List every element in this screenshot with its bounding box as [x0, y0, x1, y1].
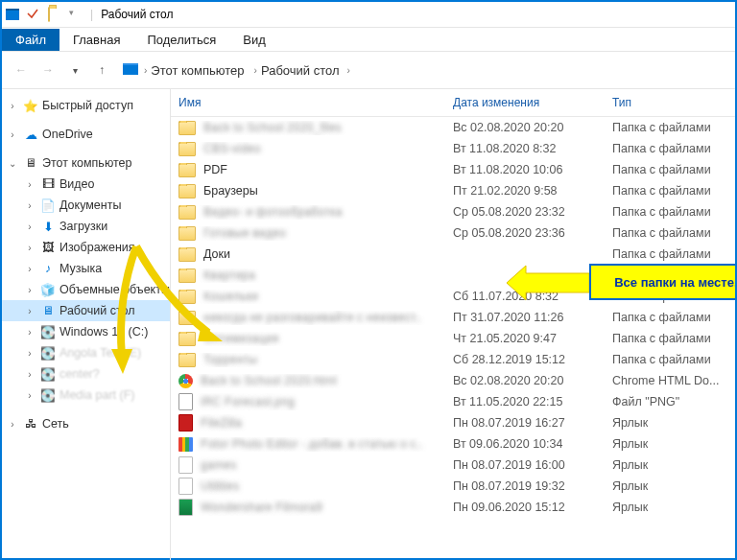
file-row[interactable]: gamesПн 08.07.2019 16:00Ярлык	[171, 455, 735, 476]
file-row[interactable]: FileZillaПн 08.07.2019 16:27Ярлык	[171, 412, 735, 433]
breadcrumb-root-icon[interactable]	[123, 62, 138, 79]
file-date: Вт 09.06.2020 10:34	[445, 437, 605, 451]
file-row[interactable]: PDFВт 11.08.2020 10:06Папка с файлами	[171, 159, 735, 180]
file-name: Видео- и фотообработка	[203, 205, 342, 219]
qat-save-icon[interactable]	[27, 8, 40, 21]
tree-c-drive[interactable]: ›💽Windows 10 (C:)	[2, 321, 170, 342]
file-list: Имя Дата изменения Тип Back to School 20…	[171, 89, 735, 560]
folder-icon	[178, 332, 196, 346]
folder-icon	[178, 184, 196, 198]
file-row[interactable]: никогда не разговаривайте с неизвест..Пт…	[171, 307, 735, 328]
tree-drive-blur1[interactable]: ›💽Angola Text (E)	[2, 342, 170, 363]
file-name: Оптимизация	[203, 332, 278, 345]
file-type: Папка с файлами	[605, 121, 735, 134]
tree-documents[interactable]: ›📄Документы	[2, 195, 170, 216]
tree-3d-objects[interactable]: ›🧊Объемные объекты	[2, 279, 170, 300]
breadcrumb-seg-1[interactable]: ›Этот компьютер	[140, 61, 249, 80]
file-type: Папка с файлами	[605, 205, 735, 219]
file-date: Пн 08.07.2019 19:32	[445, 479, 605, 493]
file-icon	[178, 456, 193, 474]
nav-back[interactable]: ←	[10, 58, 33, 82]
col-name[interactable]: Имя	[171, 96, 445, 109]
star-icon: ⭐	[23, 98, 38, 113]
file-type: Папка с файлами	[605, 184, 735, 198]
nav-recent[interactable]: ▾	[63, 58, 86, 82]
file-date: Вт 11.08.2020 8:32	[445, 142, 605, 155]
folder-icon	[178, 163, 196, 177]
file-type: Папка с файлами	[605, 247, 735, 261]
ribbon-tabs: Файл Главная Поделиться Вид	[2, 28, 735, 52]
tree-drive-blur3[interactable]: ›💽Media part (F)	[2, 385, 170, 406]
file-date: Сб 11.07.2020 8:32	[445, 290, 605, 303]
tree-network[interactable]: ›🖧Сеть	[2, 413, 170, 434]
file-row[interactable]: ДокиПапка с файлами	[171, 244, 735, 265]
file-name: Браузеры	[203, 184, 258, 198]
tree-pictures[interactable]: ›🖼Изображения	[2, 237, 170, 258]
folder-icon	[178, 353, 196, 367]
window-title: Рабочий стол	[101, 8, 173, 21]
drive-icon: 💽	[40, 387, 56, 403]
tree-onedrive[interactable]: ›☁OneDrive	[2, 124, 170, 145]
file-row[interactable]: Wondershare Filmora9Пн 09.06.2020 15:12Я…	[171, 497, 735, 518]
file-name: Готовые видео	[203, 226, 286, 240]
file-name: Доки	[203, 247, 230, 261]
file-name: Fotor Photo Editor - добав. в статью о с…	[201, 437, 423, 451]
tree-drive-blur2[interactable]: ›💽center?	[2, 363, 170, 385]
explorer-window: ▾ | Рабочий стол Файл Главная Поделиться…	[0, 0, 737, 560]
nav-forward[interactable]: →	[36, 58, 59, 82]
nav-bar: ← → ▾ ↑ ›Этот компьютер ›Рабочий стол›	[2, 52, 735, 89]
file-type: Ярлык	[605, 416, 735, 430]
breadcrumb-seg-2[interactable]: ›Рабочий стол›	[250, 61, 354, 80]
file-name: никогда не разговаривайте с неизвест..	[203, 311, 421, 324]
file-date: Вт 11.05.2020 22:15	[445, 395, 605, 408]
file-date: Пн 09.06.2020 15:12	[445, 501, 605, 514]
nav-up[interactable]: ↑	[90, 58, 113, 82]
file-row[interactable]: Fotor Photo Editor - добав. в статью о с…	[171, 433, 735, 455]
file-type: Папка с файлами	[605, 226, 735, 240]
tree-quick-access[interactable]: ›⭐Быстрый доступ	[2, 95, 170, 116]
tree-music[interactable]: ›♪Музыка	[2, 258, 170, 279]
drive-icon: 💽	[40, 345, 56, 361]
file-date: Вт 11.08.2020 10:06	[445, 163, 605, 176]
file-row[interactable]: UtilitiesПн 08.07.2019 19:32Ярлык	[171, 476, 735, 497]
file-name: IRC Forecast.png	[201, 395, 295, 408]
file-name: Back to School 2020.html	[201, 374, 337, 387]
qat-dropdown-icon[interactable]: ▾	[69, 8, 83, 21]
file-type: Ярлык	[605, 479, 735, 493]
network-icon: 🖧	[23, 416, 38, 432]
folder-icon	[178, 226, 196, 241]
file-row[interactable]: БраузерыПт 21.02.2020 9:58Папка с файлам…	[171, 180, 735, 201]
tab-file[interactable]: Файл	[2, 29, 59, 51]
file-row[interactable]: ОптимизацияЧт 21.05.2020 9:47Папка с фай…	[171, 328, 735, 349]
fz-icon	[178, 414, 193, 432]
file-type: Папка с файлами	[605, 353, 735, 366]
col-date[interactable]: Дата изменения	[445, 96, 605, 109]
tree-downloads[interactable]: ›⬇Загрузки	[2, 216, 170, 237]
tab-share[interactable]: Поделиться	[133, 29, 229, 51]
file-name: games	[201, 458, 237, 472]
cloud-icon: ☁	[23, 127, 38, 142]
file-type: Ярлык	[605, 437, 735, 451]
qat-folder-icon[interactable]	[48, 8, 61, 21]
tab-view[interactable]: Вид	[229, 29, 279, 51]
file-row[interactable]: Готовые видеоСр 05.08.2020 23:36Папка с …	[171, 222, 735, 244]
file-date: Вс 02.08.2020 20:20	[445, 121, 605, 134]
column-headers: Имя Дата изменения Тип	[171, 89, 735, 117]
file-row[interactable]: Back to School 2020.htmlВс 02.08.2020 20…	[171, 370, 735, 391]
file-row[interactable]: CBS-videoВт 11.08.2020 8:32Папка с файла…	[171, 138, 735, 159]
file-row[interactable]: ТоррентыСб 28.12.2019 15:12Папка с файла…	[171, 349, 735, 370]
file-row[interactable]: Back to School 2020_filesВс 02.08.2020 2…	[171, 117, 735, 138]
tree-video[interactable]: ›🎞Видео	[2, 174, 170, 195]
chrome-icon	[178, 374, 193, 388]
file-row[interactable]: Видео- и фотообработкаСр 05.08.2020 23:3…	[171, 201, 735, 222]
tree-desktop[interactable]: ›🖥Рабочий стол	[2, 300, 170, 321]
file-name: FileZilla	[201, 416, 242, 430]
tab-home[interactable]: Главная	[59, 29, 133, 51]
file-row[interactable]: IRC Forecast.pngВт 11.05.2020 22:15Файл …	[171, 391, 735, 412]
app-icon	[6, 8, 19, 21]
desktop-icon: 🖥	[40, 303, 56, 318]
video-icon: 🎞	[40, 176, 56, 192]
col-type[interactable]: Тип	[605, 96, 735, 109]
folder-icon	[178, 268, 196, 283]
tree-this-pc[interactable]: ⌄🖥Этот компьютер	[2, 152, 170, 174]
